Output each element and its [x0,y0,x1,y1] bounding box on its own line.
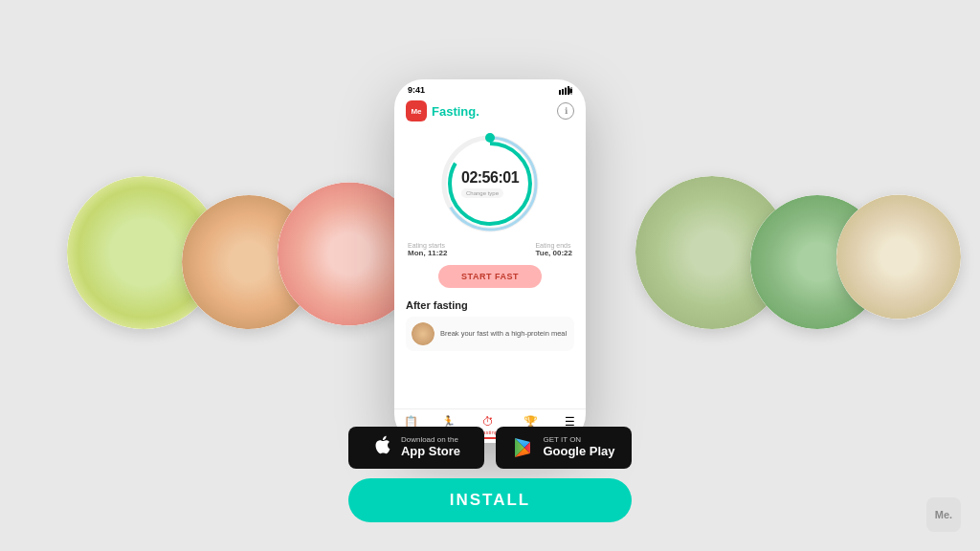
meal-suggestion: Break your fast with a high-protein meal [406,317,574,351]
plate-pasta [67,176,220,329]
phone-mockup: 9:41 Me Fasting. [394,79,586,443]
timer-section: 02:56:01 Change type Eating starts Mon, … [406,131,574,296]
app-store-button[interactable]: Download on the App Store [348,427,484,469]
install-button[interactable]: INSTALL [348,478,632,522]
timer-circle: 02:56:01 Change type [437,131,543,236]
apple-icon [372,434,393,461]
eating-starts-label: Eating starts [408,242,447,249]
svg-rect-1 [562,89,564,95]
change-type-button[interactable]: Change type [461,188,503,198]
meal-icon [412,322,434,345]
eating-ends: Eating ends Tue, 00:22 [535,242,572,257]
store-buttons: Download on the App Store [348,427,632,469]
watermark: Me. [926,497,961,532]
timer-display: 02:56:01 [461,169,519,187]
start-fast-button[interactable]: START FAST [438,265,542,288]
plate-oatmeal [836,195,961,320]
bottom-section: Download on the App Store [348,427,632,522]
eating-ends-value: Tue, 00:22 [535,249,572,257]
app-header: Me Fasting. ℹ [394,97,586,127]
status-icons [559,86,572,95]
status-bar: 9:41 [394,79,586,97]
google-play-main: Google Play [543,444,614,459]
app-store-text: Download on the App Store [401,436,460,459]
timer-text: 02:56:01 Change type [461,169,519,198]
app-logo: Me Fasting. [406,100,479,121]
eating-ends-label: Eating ends [535,242,572,249]
phone-screen: 9:41 Me Fasting. [394,79,586,443]
meal-suggestion-text: Break your fast with a high-protein meal [440,329,567,339]
info-icon[interactable]: ℹ [557,102,574,120]
play-icon [512,436,535,459]
svg-point-9 [485,133,495,143]
svg-rect-3 [568,86,569,95]
status-time: 9:41 [408,85,425,95]
plate-soup [750,195,884,329]
plate-avocado [635,176,789,329]
app-store-main: App Store [401,444,460,459]
phone-body: 02:56:01 Change type Eating starts Mon, … [394,127,586,403]
app-name: Fasting. [432,104,479,119]
after-fasting-section: After fasting Break your fast with a hig… [406,299,574,351]
eating-times: Eating starts Mon, 11:22 Eating ends Tue… [406,242,574,257]
plate-shrimp [182,195,316,329]
eating-starts-value: Mon, 11:22 [408,249,447,257]
svg-rect-0 [559,90,561,95]
after-fasting-title: After fasting [406,299,574,311]
google-play-button[interactable]: GET IT ON Google Play [496,427,632,469]
svg-rect-5 [570,89,572,93]
svg-rect-2 [565,87,567,95]
logo-icon: Me [406,100,427,121]
google-play-sub: GET IT ON [543,436,614,444]
google-play-text: GET IT ON Google Play [543,436,614,459]
eating-starts: Eating starts Mon, 11:22 [408,242,447,257]
app-store-sub: Download on the [401,436,460,444]
